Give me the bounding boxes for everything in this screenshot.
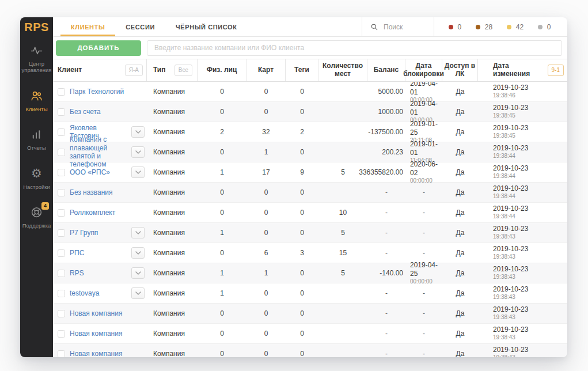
client-filter-input[interactable] [147,40,562,56]
sidebar-item-0[interactable]: Центр управления [20,44,53,74]
row-checkbox[interactable] [58,310,65,317]
change-date-cell: 2019-10-2319:38:43 [493,346,528,357]
row-checkbox[interactable] [58,149,65,156]
client-type: Компания [147,283,198,303]
individuals-count: 0 [198,203,246,222]
block-date: - [405,243,442,263]
change-date-cell: 2019-10-2319:38:43 [493,325,528,342]
seats-count [318,142,367,162]
status-filter-brown[interactable]: 28 [476,23,492,31]
row-expand-button[interactable] [131,126,145,138]
col-type-label: Тип [153,66,166,74]
balance-value: - [367,344,405,357]
client-name-link[interactable]: testovaya [70,289,99,297]
cards-count: 6 [246,243,286,263]
reports-icon [30,128,43,141]
client-sort-button[interactable]: Я-А [125,65,143,76]
status-dot-brown [476,25,480,29]
client-name-link[interactable]: Без названия [70,188,113,196]
seats-count: 10 [318,203,367,222]
block-date: - [405,344,442,357]
row-expand-button[interactable] [131,227,145,238]
row-expand-button[interactable] [131,267,145,279]
change-date: 2019-10-2319:38:43 [478,304,567,323]
client-name-link[interactable]: Новая компания [70,330,122,338]
row-checkbox[interactable] [58,128,65,136]
row-checkbox[interactable] [58,290,65,297]
block-date: 2019-04-0100:00:00 [405,102,442,122]
status-count-gray: 0 [547,23,551,31]
row-expand-button[interactable] [131,247,145,259]
change-date: 2019-10-2319:38:44 [478,183,567,202]
table-row: РПСКомпания06315--Да2019-10-2319:38:43 [53,243,567,263]
status-filter-gray[interactable]: 0 [538,23,551,31]
client-name-link[interactable]: Новая компания [70,350,122,357]
tab-2[interactable]: ЧЁРНЫЙ СПИСОК [165,17,248,36]
sidebar-item-2[interactable]: Отчеты [20,128,53,151]
col-client-label: Клиент [58,66,82,74]
balance-value: - [367,183,405,202]
tags-count: 3 [286,243,318,263]
tab-bar: КЛИЕНТЫСЕССИИЧЁРНЫЙ СПИСОК [53,17,248,36]
client-name-link[interactable]: RPS [70,269,84,277]
seats-count [318,304,367,323]
row-checkbox[interactable] [58,330,65,338]
seats-count: 5 [318,223,367,243]
change-date-sort-button[interactable]: 9-1 [548,65,564,76]
sidebar-nav: Центр управленияКлиентыОтчеты⚙Настройки4… [20,37,53,244]
row-checkbox[interactable] [58,270,65,277]
client-cell: RPS [53,263,147,283]
tab-0[interactable]: КЛИЕНТЫ [60,17,115,36]
balance-value: 336355820.00 [367,162,405,182]
block-date-value: 2019-04-01 [410,82,442,97]
status-filter-yellow[interactable]: 42 [507,23,523,31]
client-name-link[interactable]: Без счета [70,108,101,116]
individuals-count: 0 [198,243,246,263]
row-checkbox[interactable] [58,88,65,96]
status-dot-yellow [507,25,511,29]
change-date: 2019-10-2319:38:46 [478,82,567,101]
row-checkbox[interactable] [58,229,65,237]
tags-count: 9 [286,162,318,182]
row-expand-button[interactable] [131,287,145,299]
balance-value: 200.23 [367,142,405,162]
sidebar-item-3[interactable]: ⚙Настройки [20,167,53,190]
row-checkbox[interactable] [58,350,65,358]
tab-1[interactable]: СЕССИИ [115,17,165,36]
client-name-link[interactable]: ООО «РПС» [70,168,110,176]
sidebar-item-4[interactable]: 4Поддержка [20,206,53,229]
search-placeholder: Поиск [384,23,403,31]
cards-count: 17 [246,162,286,182]
row-checkbox[interactable] [58,169,65,176]
client-name-link[interactable]: РПС [70,249,84,257]
row-expand-button[interactable] [131,166,145,178]
type-filter-dropdown[interactable]: Все [174,65,192,76]
change-date: 2019-10-2319:38:45 [478,102,567,122]
row-checkbox[interactable] [58,189,65,196]
client-cell: РПС [53,243,147,263]
cards-count: 0 [246,102,286,122]
row-checkbox[interactable] [58,108,65,116]
status-filter-red[interactable]: 0 [449,23,462,31]
client-name-link[interactable]: Парк Технологий [70,88,124,96]
client-name-link[interactable]: Роллкомплект [70,209,115,217]
row-expand-button[interactable] [131,146,145,158]
block-date: - [405,324,442,343]
tags-count: 0 [286,263,318,283]
tags-count: 0 [286,102,318,122]
row-checkbox[interactable] [58,249,65,257]
change-date: 2019-10-2319:38:44 [478,203,567,222]
clients-icon [30,89,43,103]
change-date-cell: 2019-10-2319:38:44 [493,184,528,200]
app-logo[interactable]: RPS [20,17,53,37]
table-row: Без счетаКомпания0001000.002019-04-0100:… [53,102,567,122]
add-button[interactable]: ДОБАВИТЬ [56,40,141,56]
client-name-link[interactable]: Р7 Групп [70,229,98,237]
lk-access: Да [442,263,478,283]
change-date: 2019-10-2319:38:43 [478,283,567,303]
sidebar-item-1[interactable]: Клиенты [20,89,53,112]
sidebar-item-label: Поддержка [21,222,52,229]
search-box[interactable]: Поиск [362,17,434,36]
row-checkbox[interactable] [58,209,65,217]
client-name-link[interactable]: Новая компания [70,309,122,317]
